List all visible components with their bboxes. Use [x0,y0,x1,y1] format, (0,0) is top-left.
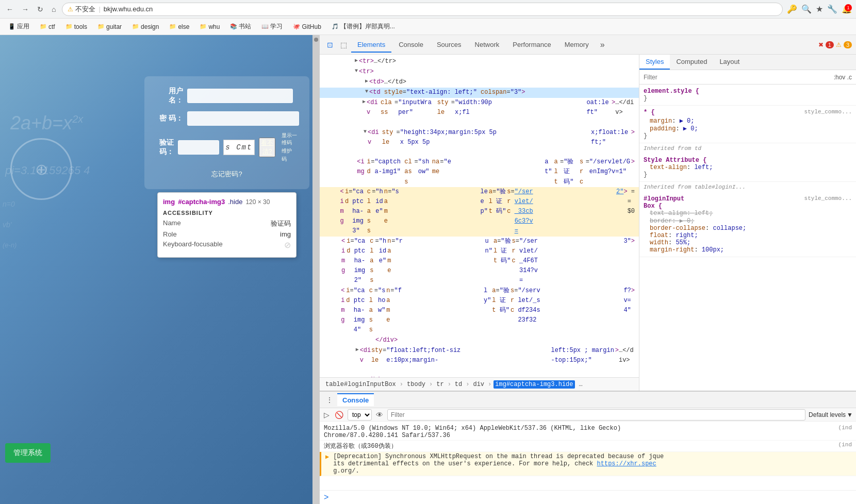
link-maintain[interactable]: 维护 [282,147,299,155]
expand-arrow[interactable]: ▶ [363,98,366,106]
stop-recording-button[interactable]: 🚫 [334,410,344,420]
search-icon[interactable]: 🔍 [801,4,812,14]
back-button[interactable]: ← [4,3,15,15]
breadcrumb-tbody[interactable]: tbody [405,380,427,389]
console-link[interactable]: https://xhr.spec [597,460,656,467]
more-tabs-button[interactable]: » [596,38,609,52]
tab-performance[interactable]: Performance [506,38,557,53]
home-button[interactable]: ⌂ [50,3,58,15]
style-source: style_commo... [804,109,852,117]
breadcrumb-td[interactable]: td [453,380,464,389]
expand-arrow[interactable]: ▶ [365,77,368,86]
management-button[interactable]: 管理系统 [5,443,51,463]
eye-icon[interactable]: 👁 [375,410,384,420]
expand-arrow[interactable]: ▼ [355,67,358,75]
link-code[interactable]: 码 [282,156,299,163]
bookmark-learn[interactable]: 📖学习 [257,21,287,32]
bookmark-ctf[interactable]: 📁ctf [36,22,59,32]
tab-console-active[interactable]: Console [337,393,374,406]
style-prop-ta-strike: text-align: left; [644,210,852,217]
tab-console[interactable]: Console [392,38,430,53]
styles-filter-bar: :hov .c [639,70,856,85]
bookmark-tools[interactable]: 📁tools [61,22,91,32]
style-prop-border-strike: border: ▶ 0; [644,217,852,225]
code-line[interactable]: ▶ <div style="float:left;font-size:10px;… [320,346,639,376]
inherited-from-td: Inherited from td [639,143,856,154]
username-label: 用户名： [155,87,183,105]
console-prompt: > [320,490,856,504]
code-line[interactable]: ▼ <tr> [320,67,639,77]
style-block-element: element.style { } [639,85,856,106]
context-select[interactable]: top [348,409,372,421]
breadcrumb-div[interactable]: div [471,380,486,389]
captcha-label: 验证码： [155,138,174,157]
breadcrumb-tr[interactable]: tr [435,380,445,389]
style-selector: element.style { [644,88,852,95]
code-line[interactable]: ▼ <div style="height:34px;margin:5px 5px… [320,128,639,158]
devtools-device-toolbar[interactable]: ⬚ [337,39,350,51]
tab-elements[interactable]: Elements [351,38,391,53]
devtools-tab-bar: ⊡ ⬚ Elements Console Sources Network Per… [320,35,856,55]
notifications-icon[interactable]: 🔔1 [842,4,852,14]
forget-password-link[interactable]: 忘记密码? [211,170,242,178]
tab-sources[interactable]: Sources [431,38,468,53]
breadcrumb-current[interactable]: img#captcha-img3.hide [493,380,574,389]
expand-arrow[interactable]: ▼ [364,128,367,136]
code-line-highlighted[interactable]: <img id="captcha-img3" class="hide" name… [320,187,639,237]
bookmark-else[interactable]: 📁else [165,22,193,32]
bookmark-design[interactable]: 📁design [128,22,163,32]
address-bar[interactable]: ⚠ 不安全 | bkjw.whu.edu.cn [62,3,783,16]
code-line-selected[interactable]: ▼ <td style="text-align: left;" colspan=… [320,88,639,98]
bookmark-apps[interactable]: 📱应用 [4,21,34,32]
devtools-select-element[interactable]: ⊡ [324,39,336,51]
code-line[interactable]: <img id="captcha-img2" class="hide" name… [320,237,639,286]
captcha-input[interactable] [178,140,219,155]
default-levels-dropdown[interactable]: Default levels ▼ [809,411,853,418]
console-prompt-input[interactable] [332,494,852,501]
forward-button[interactable]: → [20,3,31,15]
bookmark-guitar[interactable]: 📁guitar [93,22,126,32]
bookmark-music[interactable]: 🎵【谱例】岸部真明... [327,21,399,32]
expand-arrow[interactable]: ▶ [356,346,359,354]
code-line[interactable]: <img id="captcha-img4" class="show" name… [320,286,639,335]
tab-styles[interactable]: Styles [639,55,670,70]
code-line[interactable]: <img id="captcha-img1" class="show" name… [320,157,639,187]
code-line[interactable]: ▶ <tr>…</tr> [320,57,639,67]
tab-network[interactable]: Network [469,38,506,53]
style-prop-bc: border-collapse: collapse; [644,225,852,232]
breadcrumb-table[interactable]: table#loginInputBox [324,380,398,389]
link-qrcode[interactable]: 显示一维码 [282,132,299,146]
console-source: (ind [838,425,852,431]
console-menu-button[interactable]: ⋮ [324,394,335,406]
password-input[interactable] [187,111,299,126]
security-text: 不安全 [75,5,95,14]
tooltip-row-role: Role img [163,230,291,238]
captcha-refresh-button[interactable]: 看不清? [259,138,276,157]
code-line[interactable]: ▶ <div class="inputWraper" style="width:… [320,98,639,128]
reload-button[interactable]: ↻ [35,3,45,15]
expand-arrow[interactable]: ▶ [355,57,358,65]
style-block-login: #loginInput style_commo... Box { text-al… [639,192,856,257]
styles-filter-input[interactable] [644,74,830,81]
bookmark-books[interactable]: 📚书站 [226,21,255,32]
elements-code: ▶ <tr>…</tr> ▼ <tr> ▶ <td>…</td> [320,55,639,377]
code-line[interactable]: </div> [320,335,639,346]
style-block-universal: * { style_commo... margin: ▶ 0; padding:… [639,106,856,143]
error-warning-badges: ✖ 1 ⚠ 3 [818,41,852,48]
console-filter-input[interactable] [387,409,805,421]
bookmark-icon[interactable]: ★ [816,4,823,14]
webpage-scrollbar[interactable] [312,35,320,504]
password-manager-icon[interactable]: 🔑 [787,4,797,14]
tab-memory[interactable]: Memory [558,38,595,53]
code-line[interactable]: ▶ <td>…</td> [320,77,639,88]
expand-arrow[interactable]: ▼ [365,88,368,96]
tab-computed[interactable]: Computed [670,55,713,70]
style-prop-margin: margin: ▶ 0; [644,117,852,125]
extensions-icon[interactable]: 🔧 [827,4,837,14]
username-input[interactable] [187,89,293,103]
bookmark-github[interactable]: 🐙GitHub [289,22,325,32]
bookmark-whu[interactable]: 📁whu [195,22,224,32]
breadcrumb-more[interactable]: … [579,381,583,388]
clear-console-button[interactable]: ▷ [323,410,331,420]
tab-layout[interactable]: Layout [713,55,746,70]
